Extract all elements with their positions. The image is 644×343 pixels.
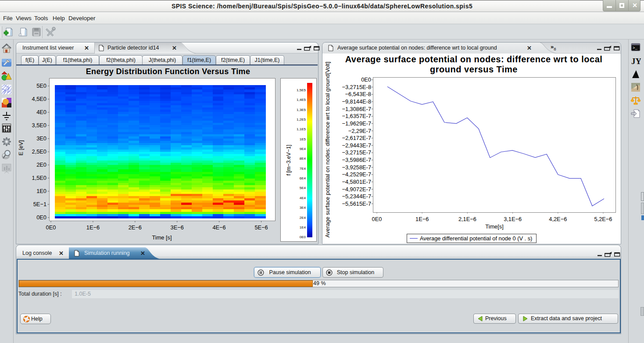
svg-text:2E−6: 2E−6	[129, 224, 142, 231]
svg-text:1E−6: 1E−6	[86, 224, 100, 231]
svg-text:0E0: 0E0	[361, 76, 371, 83]
svg-text:5E4: 5E4	[300, 186, 306, 190]
svg-text:−3,5986E-7: −3,5986E-7	[342, 157, 371, 163]
svg-text:3,5E0: 3,5E0	[32, 122, 47, 129]
svg-text:3,1E−6: 3,1E−6	[504, 216, 522, 222]
svg-text:−3,9258E-7: −3,9258E-7	[342, 164, 371, 171]
svg-text:0E0: 0E0	[36, 214, 47, 221]
svg-text:3E−6: 3E−6	[171, 224, 184, 231]
svg-text:1E−6: 1E−6	[415, 216, 429, 222]
svg-text:−1,3086E-7: −1,3086E-7	[342, 106, 371, 112]
svg-text:3E4: 3E4	[300, 206, 306, 210]
svg-text:Average surface potential on n: Average surface potential on nodes: diff…	[345, 54, 603, 64]
svg-text:4E−6: 4E−6	[212, 224, 225, 231]
svg-text:4E4: 4E4	[300, 196, 306, 200]
svg-text:4,5E0: 4,5E0	[32, 96, 47, 102]
svg-text:ground versus Time: ground versus Time	[430, 64, 518, 74]
svg-text:5E−6: 5E−6	[254, 224, 268, 231]
svg-text:5E0: 5E0	[36, 82, 47, 89]
svg-text:6E4: 6E4	[300, 176, 306, 180]
svg-text:1,3E5: 1,3E5	[297, 108, 306, 112]
svg-text:Time [s]: Time [s]	[152, 234, 172, 241]
svg-text:−5,2344E-7: −5,2344E-7	[342, 193, 371, 200]
svg-text:1E5: 1E5	[300, 137, 306, 141]
svg-text:E [eV]: E [eV]	[18, 140, 24, 156]
svg-text:−4,5801E-7: −4,5801E-7	[342, 179, 371, 185]
svg-text:9E4: 9E4	[300, 147, 306, 151]
svg-text:f [m−3.eV−1]: f [m−3.eV−1]	[286, 145, 292, 175]
svg-text:−4,9072E-7: −4,9072E-7	[342, 186, 371, 193]
svg-text:−2,6172E-7: −2,6172E-7	[342, 135, 371, 141]
svg-text:1E0: 1E0	[36, 188, 47, 194]
svg-text:Average surface potential on n: Average surface potential on nodes: diff…	[324, 62, 331, 238]
svg-text:0E0: 0E0	[372, 216, 382, 222]
svg-text:2,5E0: 2,5E0	[32, 148, 47, 155]
svg-text:−1,9629E-7: −1,9629E-7	[342, 120, 371, 127]
svg-text:>_: >_	[633, 46, 637, 50]
svg-text:3E0: 3E0	[36, 135, 47, 142]
svg-text:1E4: 1E4	[300, 225, 306, 229]
svg-text:Time[s]: Time[s]	[485, 223, 503, 230]
svg-text:5E−1: 5E−1	[33, 201, 47, 207]
svg-text:−4,2529E-7: −4,2529E-7	[342, 171, 371, 178]
svg-text:1,1E5: 1,1E5	[297, 127, 306, 131]
svg-text:1,5E5: 1,5E5	[297, 88, 306, 92]
svg-text:−9,8144E-8: −9,8144E-8	[342, 98, 371, 105]
svg-text:0E0: 0E0	[46, 224, 56, 231]
svg-text:1,2E5: 1,2E5	[297, 118, 306, 121]
svg-text:8E4: 8E4	[300, 157, 306, 161]
svg-text:Energy Distribution Function V: Energy Distribution Function Versus Time	[86, 67, 250, 76]
svg-text:2,1E−6: 2,1E−6	[458, 216, 476, 222]
svg-text:Average differential potential: Average differential potential of node 0…	[420, 235, 532, 242]
svg-text:−2,29E-7: −2,29E-7	[348, 128, 371, 134]
svg-text:−6,543E-8: −6,543E-8	[345, 91, 371, 97]
svg-text:1,5E0: 1,5E0	[32, 175, 47, 181]
svg-text:−3,2715E-8: −3,2715E-8	[342, 84, 371, 90]
svg-text:JY: JY	[631, 57, 641, 66]
svg-text:−3,2715E-7: −3,2715E-7	[342, 149, 371, 156]
svg-text:2E0: 2E0	[36, 161, 47, 168]
svg-text:4,2E−6: 4,2E−6	[549, 216, 567, 222]
svg-text:2E4: 2E4	[300, 216, 306, 220]
svg-text:−1,6357E-7: −1,6357E-7	[342, 113, 371, 119]
svg-text:−5,5615E-7: −5,5615E-7	[342, 200, 371, 207]
svg-text:1,4E5: 1,4E5	[297, 98, 306, 102]
svg-text:4E0: 4E0	[36, 109, 47, 115]
svg-text:7E4: 7E4	[300, 167, 306, 171]
svg-text:−2,9443E-7: −2,9443E-7	[342, 142, 371, 149]
svg-text:0E0: 0E0	[300, 235, 306, 239]
svg-text:5,2E−6: 5,2E−6	[594, 216, 612, 222]
